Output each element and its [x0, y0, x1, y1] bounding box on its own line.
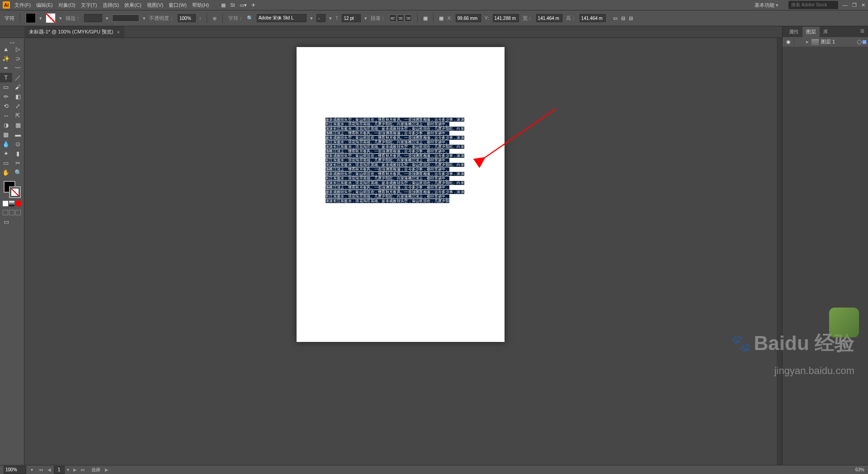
- width-tool[interactable]: ↔: [0, 111, 12, 120]
- stroke-weight-input[interactable]: [84, 14, 102, 22]
- panel-menu-icon[interactable]: ≡: [857, 25, 868, 37]
- lasso-tool[interactable]: ⊃: [12, 54, 24, 63]
- pen-tool[interactable]: ✒: [0, 63, 12, 73]
- blend-tool[interactable]: ⊙: [12, 139, 24, 149]
- perspective-tool[interactable]: ▦: [12, 120, 24, 130]
- align-panel-icon[interactable]: ▦: [439, 15, 443, 21]
- shape-builder-tool[interactable]: ◑: [0, 120, 12, 130]
- hand-tool[interactable]: ✋: [0, 168, 12, 177]
- magic-wand-tool[interactable]: ✨: [0, 54, 12, 63]
- draw-behind-icon[interactable]: [9, 210, 14, 215]
- stock-icon[interactable]: St: [230, 2, 235, 8]
- tools-drag-handle[interactable]: ◂◂: [0, 41, 24, 44]
- prefs-icon[interactable]: ⊟: [621, 15, 625, 21]
- zoom-input[interactable]: [4, 466, 26, 474]
- draw-normal-icon[interactable]: [3, 210, 8, 215]
- minimize-icon[interactable]: —: [843, 2, 848, 8]
- menu-select[interactable]: 选择(S): [103, 2, 119, 9]
- shaper-tool[interactable]: ✏: [0, 92, 12, 101]
- rectangle-tool[interactable]: ▭: [0, 82, 12, 92]
- eraser-tool[interactable]: ◧: [12, 92, 24, 101]
- setup-icon[interactable]: ▭: [613, 15, 618, 21]
- opacity-input[interactable]: [178, 14, 196, 22]
- nav-first-icon[interactable]: ⏮: [39, 467, 43, 472]
- layer-name[interactable]: 图层 1: [821, 38, 835, 45]
- mesh-tool[interactable]: ▦: [0, 130, 12, 139]
- selection-indicator[interactable]: [863, 40, 866, 44]
- eyedropper-tool[interactable]: 💧: [0, 139, 12, 149]
- h-input[interactable]: [580, 14, 606, 22]
- align-right-icon[interactable]: [405, 14, 412, 22]
- status-play-icon[interactable]: ▶: [105, 467, 108, 472]
- stroke-swatch[interactable]: [46, 13, 56, 23]
- selection-tool[interactable]: ▲: [0, 44, 12, 54]
- type-tool[interactable]: T: [0, 73, 12, 82]
- menu-edit[interactable]: 编辑(E): [36, 2, 53, 9]
- search-font-icon[interactable]: 🔍: [247, 15, 253, 21]
- slice-tool[interactable]: ✂: [12, 158, 24, 168]
- doc-tab[interactable]: 未标题-1* @ 100% (CMYK/GPU 预览) ×: [24, 26, 124, 38]
- paintbrush-tool[interactable]: 🖌: [12, 82, 24, 92]
- menu-object[interactable]: 对象(O): [58, 2, 75, 9]
- tab-close-icon[interactable]: ×: [117, 29, 120, 35]
- layer-row[interactable]: ◉ ▸ 图层 1: [783, 37, 868, 47]
- color-solid-icon[interactable]: [15, 201, 21, 206]
- gradient-tool[interactable]: ▬: [12, 130, 24, 139]
- menu-window[interactable]: 窗口(W): [169, 2, 187, 9]
- font-family-input[interactable]: [257, 14, 307, 22]
- line-tool[interactable]: ／: [12, 73, 24, 82]
- expand-icon[interactable]: ▸: [803, 39, 811, 45]
- bridge-icon[interactable]: ▦: [221, 2, 226, 8]
- canvas-area[interactable]: 是非成败转头空，青山依旧在，惯看秋月春风。一壶浊酒喜相逢，古今多少事，滚滚长江东…: [24, 38, 777, 465]
- scrollbar-vertical[interactable]: [777, 38, 782, 465]
- gpu-icon[interactable]: ✈: [251, 2, 255, 8]
- search-stock[interactable]: 搜索 Adobe Stock: [788, 1, 838, 9]
- symbol-sprayer-tool[interactable]: ✦: [0, 149, 12, 158]
- direct-selection-tool[interactable]: ▷: [12, 44, 24, 54]
- column-graph-tool[interactable]: ▮: [12, 149, 24, 158]
- text-frame[interactable]: 是非成败转头空，青山依旧在，惯看秋月春风。一壶浊酒喜相逢，古今多少事，滚滚长江东…: [326, 118, 466, 204]
- curvature-tool[interactable]: 〰: [12, 63, 24, 73]
- fill-stroke-control[interactable]: [3, 180, 22, 199]
- panel-collapse-icon[interactable]: ⊟: [629, 15, 633, 21]
- scale-tool[interactable]: ⤢: [12, 101, 24, 111]
- workspace-switcher[interactable]: 基本功能: [755, 2, 778, 9]
- nav-next-icon[interactable]: ▶: [73, 467, 77, 472]
- fill-swatch[interactable]: [26, 13, 36, 23]
- make-envelope-icon[interactable]: ▦: [423, 15, 428, 21]
- color-gradient-icon[interactable]: [9, 201, 14, 206]
- visibility-icon[interactable]: ◉: [783, 39, 794, 45]
- artboard-index[interactable]: [54, 466, 65, 474]
- menu-type[interactable]: 文字(T): [81, 2, 97, 9]
- color-none-icon[interactable]: [3, 201, 8, 206]
- nav-prev-icon[interactable]: ◀: [47, 467, 51, 472]
- y-input[interactable]: [493, 14, 519, 22]
- x-input[interactable]: [456, 14, 481, 22]
- menu-file[interactable]: 文件(F): [14, 2, 31, 9]
- free-transform-tool[interactable]: ⇱: [12, 111, 24, 120]
- arrange-icon[interactable]: ▭▾: [240, 2, 247, 8]
- zoom-tool[interactable]: 🔍: [12, 168, 24, 177]
- brush-def[interactable]: [112, 14, 139, 22]
- draw-inside-icon[interactable]: [15, 210, 21, 215]
- target-icon[interactable]: [857, 40, 862, 44]
- font-style-input[interactable]: [316, 14, 326, 22]
- tab-layers[interactable]: 图层: [802, 27, 820, 37]
- align-center-icon[interactable]: [397, 14, 404, 22]
- rotate-tool[interactable]: ⟲: [0, 101, 12, 111]
- stroke-color[interactable]: [9, 186, 21, 198]
- artboard-tool[interactable]: ▭: [0, 158, 12, 168]
- screen-mode-icon[interactable]: ▭: [0, 217, 12, 227]
- close-icon[interactable]: ✕: [861, 2, 865, 8]
- w-input[interactable]: [536, 14, 562, 22]
- tab-properties[interactable]: 属性: [785, 27, 802, 37]
- nav-last-icon[interactable]: ⏭: [81, 467, 85, 472]
- recolor-icon[interactable]: ◉: [212, 15, 217, 21]
- font-size-input[interactable]: [342, 14, 361, 22]
- tab-libraries[interactable]: 库: [820, 27, 832, 37]
- maximize-icon[interactable]: ❐: [852, 2, 857, 8]
- menu-effect[interactable]: 效果(C): [124, 2, 141, 9]
- menu-view[interactable]: 视图(V): [147, 2, 164, 9]
- align-left-icon[interactable]: [389, 14, 396, 22]
- menu-help[interactable]: 帮助(H): [192, 2, 209, 9]
